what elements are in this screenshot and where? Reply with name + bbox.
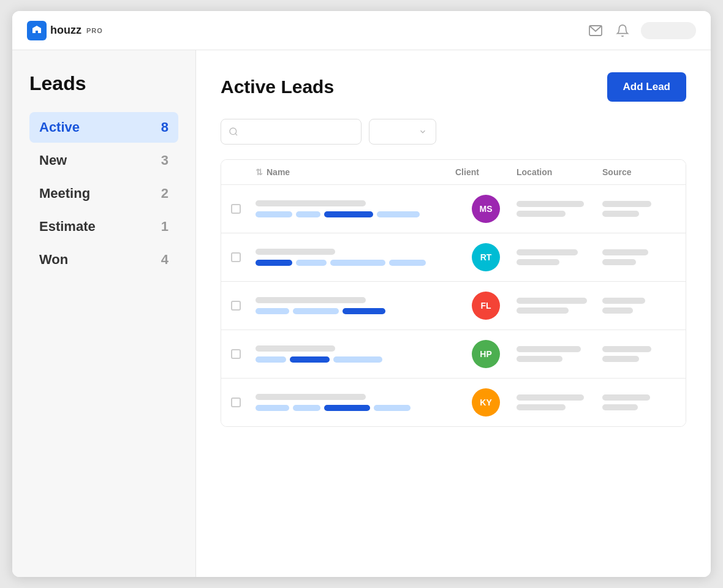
skeleton-name xyxy=(256,394,366,400)
tag-2 xyxy=(293,308,339,314)
content-area: Active Leads Add Lead xyxy=(196,50,711,577)
skeleton-name xyxy=(256,200,366,206)
search-icon xyxy=(229,127,238,137)
loc-line-1 xyxy=(517,394,584,401)
src-line-2 xyxy=(602,307,633,314)
loc-line-1 xyxy=(517,249,578,255)
row-checkbox[interactable] xyxy=(231,349,241,359)
src-line-1 xyxy=(602,249,648,255)
row-tags xyxy=(256,260,455,266)
row-name-col xyxy=(256,345,455,363)
sidebar-item-new[interactable]: New 3 xyxy=(29,145,178,176)
row-name-col xyxy=(256,394,455,411)
table-col-client: Client xyxy=(455,167,517,177)
tag-3 xyxy=(343,308,385,314)
loc-line-1 xyxy=(517,298,587,304)
add-lead-button[interactable]: Add Lead xyxy=(607,72,686,102)
tag-1 xyxy=(256,356,286,363)
loc-line-2 xyxy=(517,404,566,410)
source-cell xyxy=(602,298,676,314)
main-layout: Leads Active 8 New 3 Meeting 2 Estimate … xyxy=(12,50,711,577)
tag-2 xyxy=(296,260,327,266)
sidebar-item-active-count: 8 xyxy=(161,119,168,135)
src-line-1 xyxy=(602,346,651,352)
sidebar-item-new-count: 3 xyxy=(161,153,168,168)
search-input[interactable] xyxy=(221,119,362,145)
loc-line-2 xyxy=(517,356,562,362)
sidebar-item-won-label: Won xyxy=(39,252,68,268)
src-line-2 xyxy=(602,211,639,217)
sidebar-item-active-label: Active xyxy=(39,119,80,135)
avatar: MS xyxy=(472,195,500,223)
bell-icon[interactable] xyxy=(614,22,631,39)
sort-icon: ⇅ xyxy=(256,167,263,177)
table-header-checkbox xyxy=(231,167,256,177)
tag-3 xyxy=(330,260,385,266)
mail-icon[interactable] xyxy=(587,22,604,39)
sidebar-item-meeting-count: 2 xyxy=(161,186,168,202)
sidebar-item-won-count: 4 xyxy=(161,252,168,268)
skeleton-name xyxy=(256,297,366,303)
sidebar: Leads Active 8 New 3 Meeting 2 Estimate … xyxy=(12,50,196,577)
avatar: RT xyxy=(472,243,500,271)
table-col-source: Source xyxy=(602,167,676,177)
content-header: Active Leads Add Lead xyxy=(221,72,686,102)
tag-3 xyxy=(333,356,382,363)
sidebar-item-new-label: New xyxy=(39,153,67,168)
src-line-1 xyxy=(602,298,645,304)
table-row: KY xyxy=(221,379,686,426)
loc-line-2 xyxy=(517,211,566,217)
row-checkbox[interactable] xyxy=(231,252,241,262)
row-tags xyxy=(256,308,455,314)
table-row: MS xyxy=(221,185,686,233)
tag-4 xyxy=(374,405,411,411)
app-frame: houzz PRO Leads Active xyxy=(12,11,711,577)
loc-line-1 xyxy=(517,346,581,352)
loc-line-2 xyxy=(517,259,559,265)
tag-3 xyxy=(324,405,370,411)
avatar: KY xyxy=(472,388,500,417)
location-cell xyxy=(517,394,602,410)
filter-dropdown[interactable] xyxy=(369,119,436,145)
source-cell xyxy=(602,394,676,410)
row-tags xyxy=(256,405,455,411)
logo-area: houzz PRO xyxy=(27,21,103,40)
table-col-location: Location xyxy=(517,167,602,177)
logo-text: houzz xyxy=(50,24,81,37)
src-line-2 xyxy=(602,356,639,362)
row-name-col xyxy=(256,297,455,314)
top-bar: houzz PRO xyxy=(12,11,711,50)
row-checkbox[interactable] xyxy=(231,398,241,407)
sidebar-item-active[interactable]: Active 8 xyxy=(29,112,178,143)
table-row: HP xyxy=(221,330,686,379)
tag-1 xyxy=(256,260,292,266)
logo-pro: PRO xyxy=(86,27,103,34)
skeleton-name xyxy=(256,345,335,352)
table-header: ⇅ Name Client Location Source xyxy=(221,160,686,185)
svg-point-1 xyxy=(230,128,237,135)
source-cell xyxy=(602,201,676,217)
src-line-1 xyxy=(602,201,651,207)
location-cell xyxy=(517,201,602,217)
row-checkbox[interactable] xyxy=(231,301,241,311)
top-search-pill[interactable] xyxy=(641,22,696,39)
sidebar-item-meeting-label: Meeting xyxy=(39,186,90,202)
chevron-down-icon xyxy=(418,127,427,136)
location-cell xyxy=(517,298,602,314)
tag-1 xyxy=(256,211,292,217)
sidebar-item-estimate[interactable]: Estimate 1 xyxy=(29,211,178,242)
tag-1 xyxy=(256,308,289,314)
source-cell xyxy=(602,249,676,265)
leads-table: ⇅ Name Client Location Source xyxy=(221,159,686,427)
svg-line-2 xyxy=(235,134,237,135)
row-tags xyxy=(256,211,455,217)
tag-3 xyxy=(324,211,373,217)
avatar: HP xyxy=(472,340,500,368)
row-checkbox[interactable] xyxy=(231,204,241,214)
sidebar-title: Leads xyxy=(29,72,178,95)
sidebar-item-meeting[interactable]: Meeting 2 xyxy=(29,178,178,209)
sidebar-item-won[interactable]: Won 4 xyxy=(29,244,178,275)
tag-4 xyxy=(389,260,426,266)
tag-2 xyxy=(293,405,320,411)
table-col-name: ⇅ Name xyxy=(256,167,455,177)
